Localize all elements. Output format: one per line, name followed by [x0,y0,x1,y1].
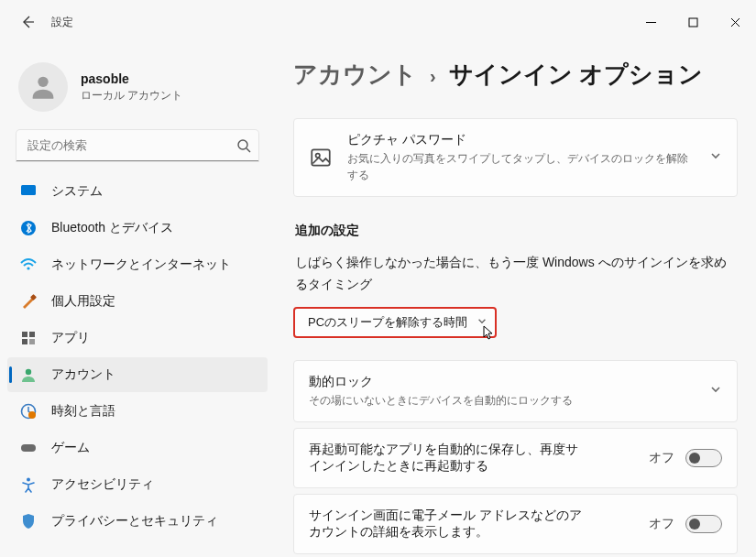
search-box[interactable] [16,130,258,161]
account-type: ローカル アカウント [81,88,182,104]
svg-rect-9 [29,332,35,337]
sidebar-item-label: ゲーム [51,440,90,456]
resignin-timing-dropdown[interactable]: PCのスリープを解除する時間 [293,307,497,338]
sidebar-item-gaming[interactable]: ゲーム [7,431,268,465]
maximize-icon [688,17,698,27]
breadcrumb-parent[interactable]: アカウント [293,59,417,91]
picture-icon [309,146,333,169]
gamepad-icon [20,440,37,456]
maximize-button[interactable] [672,7,714,37]
sidebar-item-label: システム [51,183,103,200]
sidebar-item-privacy[interactable]: プライバシーとセキュリティ [7,504,268,539]
sidebar-item-label: Bluetooth とデバイス [51,220,173,236]
globe-clock-icon [20,403,37,420]
chevron-right-icon: › [430,66,436,87]
svg-rect-17 [312,149,330,165]
toggle-state-text: オフ [649,516,674,532]
sidebar-item-bluetooth[interactable]: Bluetooth とデバイス [7,211,268,246]
svg-point-1 [38,77,48,87]
setting-dynamic-lock[interactable]: 動的ロック その場にいないときにデバイスを自動的にロックする [293,360,738,422]
search-icon [236,138,251,153]
titlebar: 設定 [0,0,756,44]
card-subtitle: その場にいないときにデバイスを自動的にロックする [309,392,695,409]
bluetooth-icon [20,220,37,236]
window-controls [630,7,756,37]
svg-rect-8 [22,332,27,337]
sidebar-item-apps[interactable]: アプリ [7,321,268,355]
sidebar-item-label: 時刻と言語 [51,403,115,420]
sidebar-item-label: アプリ [51,330,90,346]
minimize-button[interactable] [630,7,672,37]
shield-icon [20,513,37,530]
minimize-icon [646,17,656,27]
person-icon [27,71,59,103]
paintbrush-icon [20,293,37,310]
card-subtitle: お気に入りの写真をスワイプしてタップし、デバイスのロックを解除する [347,150,695,183]
svg-rect-11 [29,339,35,344]
sidebar-item-label: アクセシビリティ [51,476,154,493]
apps-icon [20,330,37,346]
restart-apps-toggle[interactable] [685,449,722,467]
card-title: 動的ロック [309,374,695,390]
search-input[interactable] [16,130,258,161]
svg-rect-0 [689,18,697,27]
account-name: pasoble [81,71,182,86]
setting-picture-password[interactable]: ピクチャ パスワード お気に入りの写真をスワイプしてタップし、デバイスのロックを… [293,118,738,197]
sidebar-item-accessibility[interactable]: アクセシビリティ [7,467,268,502]
section-title-additional: 追加の設定 [295,223,738,239]
accessibility-icon [20,476,37,493]
card-title: 再起動可能なアプリを自動的に保存し、再度サインインしたときに再起動する [309,442,584,475]
sidebar-nav: システム Bluetooth とデバイス ネットワークとインターネット 個人用設… [7,174,268,539]
setting-restart-apps: 再起動可能なアプリを自動的に保存し、再度サインインしたときに再起動する オフ [293,428,738,488]
account-block[interactable]: pasoble ローカル アカウント [7,51,268,130]
setting-resignin-timing: しばらく操作しなかった場合に、もう一度 Windows へのサインインを求めるタ… [293,252,738,307]
main-content: アカウント › サインイン オプション ピクチャ パスワード お気に入りの写真を… [275,44,756,557]
sidebar-item-personalization[interactable]: 個人用設定 [7,284,268,319]
breadcrumb: アカウント › サインイン オプション [293,59,738,91]
card-title: サインイン画面に電子メール アドレスなどのアカウントの詳細を表示します。 [309,508,584,541]
svg-point-14 [28,411,36,419]
show-email-toggle[interactable] [685,515,722,533]
avatar [18,62,68,112]
sidebar: pasoble ローカル アカウント システム Bluetooth とデバイ [0,44,275,557]
breadcrumb-current: サインイン オプション [449,59,703,91]
arrow-left-icon [20,15,35,29]
sidebar-item-network[interactable]: ネットワークとインターネット [7,247,268,282]
svg-rect-15 [21,444,36,452]
sidebar-item-system[interactable]: システム [7,174,268,209]
svg-rect-10 [22,339,27,344]
person-icon [20,366,37,383]
card-title: ピクチャ パスワード [347,132,695,148]
svg-point-2 [238,140,247,149]
back-button[interactable] [11,5,44,38]
svg-rect-3 [21,185,36,195]
window-title: 設定 [51,15,73,30]
chevron-down-icon [709,149,722,166]
chevron-down-icon [709,383,722,399]
svg-point-6 [27,267,29,269]
toggle-state-text: オフ [649,450,674,466]
sidebar-item-accounts[interactable]: アカウント [7,357,268,392]
chevron-down-icon [477,315,488,329]
close-button[interactable] [714,7,756,37]
close-icon [730,17,740,27]
svg-point-16 [27,478,30,482]
svg-point-12 [26,369,31,375]
setting-label: しばらく操作しなかった場合に、もう一度 Windows へのサインインを求めるタ… [295,252,736,296]
sidebar-item-label: ネットワークとインターネット [51,257,231,273]
sidebar-item-label: 個人用設定 [51,293,115,310]
setting-show-email-on-signin: サインイン画面に電子メール アドレスなどのアカウントの詳細を表示します。 オフ [293,494,738,554]
wifi-icon [20,257,37,273]
sidebar-item-time-language[interactable]: 時刻と言語 [7,394,268,429]
monitor-icon [20,183,37,200]
sidebar-item-label: アカウント [51,366,115,383]
dropdown-selected-value: PCのスリープを解除する時間 [308,314,467,331]
sidebar-item-label: プライバシーとセキュリティ [51,513,218,530]
